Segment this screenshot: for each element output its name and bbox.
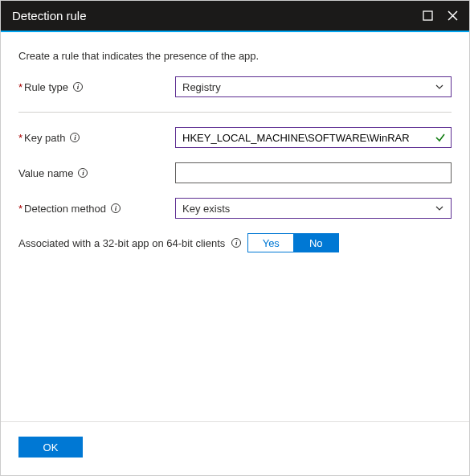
row-key-path: *Key path i: [18, 127, 452, 148]
chevron-down-icon: [435, 203, 444, 213]
value-name-input-wrapper: [175, 162, 452, 183]
key-path-input[interactable]: [182, 128, 428, 147]
label-value-name: Value name i: [18, 167, 175, 179]
detection-method-select[interactable]: Key exists: [175, 198, 452, 219]
key-path-input-wrapper: [175, 127, 452, 148]
info-icon[interactable]: i: [231, 238, 241, 248]
dialog-header: Detection rule: [1, 1, 469, 32]
maximize-icon[interactable]: [423, 10, 433, 21]
info-icon[interactable]: i: [78, 168, 88, 178]
header-actions: [423, 10, 458, 21]
ok-button[interactable]: OK: [18, 437, 83, 458]
toggle-yes[interactable]: Yes: [248, 234, 293, 252]
row-rule-type: *Rule type i Registry: [18, 76, 452, 97]
toggle-no[interactable]: No: [293, 234, 338, 252]
row-value-name: Value name i: [18, 162, 452, 183]
checkmark-icon: [435, 132, 446, 143]
info-icon[interactable]: i: [73, 82, 83, 92]
label-rule-type: *Rule type i: [18, 81, 175, 93]
dialog-footer: OK: [1, 421, 469, 475]
dialog-title: Detection rule: [12, 9, 87, 23]
divider: [18, 112, 452, 113]
chevron-down-icon: [435, 82, 444, 92]
label-assoc-32bit: Associated with a 32-bit app on 64-bit c…: [18, 237, 225, 249]
value-name-input[interactable]: [182, 163, 444, 183]
dialog-content: Create a rule that indicates the presenc…: [1, 32, 469, 421]
dialog-description: Create a rule that indicates the presenc…: [18, 50, 452, 62]
info-icon[interactable]: i: [70, 133, 80, 142]
svg-rect-0: [423, 11, 432, 20]
info-icon[interactable]: i: [111, 203, 121, 213]
rule-type-select[interactable]: Registry: [175, 76, 452, 97]
label-detection-method: *Detection method i: [18, 203, 175, 215]
label-key-path: *Key path i: [18, 132, 175, 144]
assoc-32bit-toggle: Yes No: [247, 233, 339, 252]
close-icon[interactable]: [448, 10, 458, 21]
row-detection-method: *Detection method i Key exists: [18, 198, 452, 219]
row-assoc-32bit: Associated with a 32-bit app on 64-bit c…: [18, 233, 452, 252]
